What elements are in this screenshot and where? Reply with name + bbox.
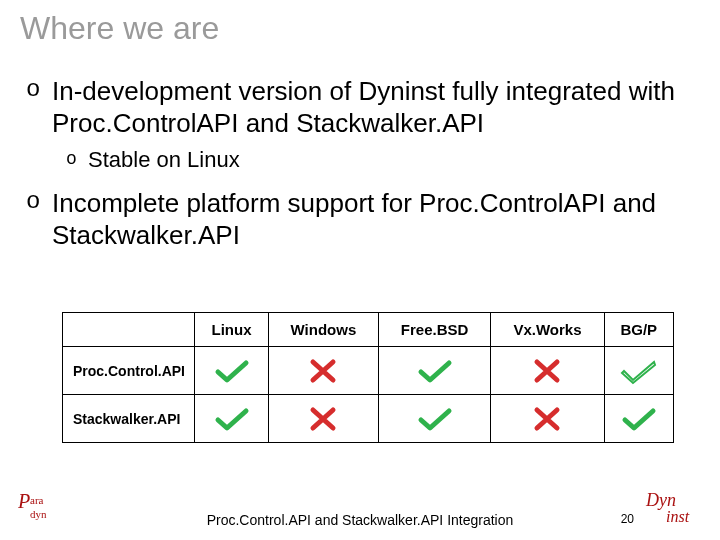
cross-icon — [527, 357, 567, 385]
cell-status — [378, 347, 490, 395]
row-header-stackwalker: Stackwalker.API — [63, 395, 195, 443]
col-header-windows: Windows — [269, 313, 379, 347]
table-corner-cell — [63, 313, 195, 347]
slide-footer: P ara dyn Proc.Control.API and Stackwalk… — [0, 488, 720, 536]
check-icon — [415, 405, 455, 433]
cell-status — [195, 395, 269, 443]
svg-text:inst: inst — [666, 508, 690, 525]
col-header-freebsd: Free.BSD — [378, 313, 490, 347]
table-header-row: Linux Windows Free.BSD Vx.Works BG/P — [63, 313, 674, 347]
col-header-vxworks: Vx.Works — [491, 313, 604, 347]
check-outline-icon — [619, 357, 659, 385]
svg-text:Dyn: Dyn — [645, 490, 676, 510]
cell-status — [195, 347, 269, 395]
bullet-item-2: o Incomplete platform support for Proc.C… — [26, 187, 700, 251]
table-row: Proc.Control.API — [63, 347, 674, 395]
page-number: 20 — [621, 512, 634, 526]
check-icon — [212, 357, 252, 385]
bullet-text: Stable on Linux — [88, 147, 240, 173]
dyninst-logo: Dyn inst — [644, 490, 704, 532]
bullet-marker-icon: o — [66, 147, 88, 171]
col-header-linux: Linux — [195, 313, 269, 347]
check-icon — [212, 405, 252, 433]
svg-text:P: P — [18, 490, 30, 512]
bullet-text: Incomplete platform support for Proc.Con… — [52, 187, 700, 251]
cell-status — [604, 347, 673, 395]
footer-title: Proc.Control.API and Stackwalker.API Int… — [0, 512, 720, 528]
cross-icon — [303, 357, 343, 385]
row-header-proccontrol: Proc.Control.API — [63, 347, 195, 395]
table-row: Stackwalker.API — [63, 395, 674, 443]
cell-status — [491, 347, 604, 395]
cell-status — [378, 395, 490, 443]
bullet-item-1: o In-development version of Dyninst full… — [26, 75, 700, 139]
cross-icon — [527, 405, 567, 433]
slide: Where we are o In-development version of… — [0, 0, 720, 540]
dyninst-logo-icon: Dyn inst — [644, 490, 704, 528]
cell-status — [269, 395, 379, 443]
cell-status — [604, 395, 673, 443]
bullet-item-1-sub: o Stable on Linux — [66, 147, 700, 173]
bullet-text: In-development version of Dyninst fully … — [52, 75, 700, 139]
col-header-bgp: BG/P — [604, 313, 673, 347]
slide-title: Where we are — [20, 10, 700, 47]
cell-status — [491, 395, 604, 443]
cell-status — [269, 347, 379, 395]
bullet-marker-icon: o — [26, 187, 52, 217]
check-icon — [415, 357, 455, 385]
check-icon — [619, 405, 659, 433]
cross-icon — [303, 405, 343, 433]
bullet-marker-icon: o — [26, 75, 52, 105]
support-matrix-table: Linux Windows Free.BSD Vx.Works BG/P Pro… — [62, 312, 674, 443]
svg-text:ara: ara — [30, 494, 44, 506]
